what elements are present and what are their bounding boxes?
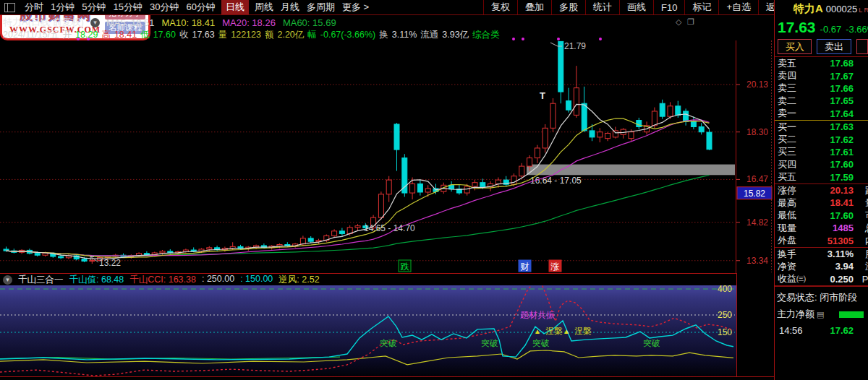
box-range-label: 14.65 - 14.70: [364, 223, 415, 233]
level-row[interactable]: 买一17.63: [775, 121, 868, 133]
ma60-line: [7, 176, 710, 256]
menu-item-15分钟[interactable]: 15分钟: [113, 1, 142, 14]
part-button[interactable]: [856, 39, 868, 54]
menu-item-周线[interactable]: 周线: [255, 1, 273, 14]
list-icon[interactable]: ▤: [817, 310, 824, 319]
stat-label: 现量: [778, 222, 796, 235]
level-price: 17.62: [830, 134, 854, 145]
info-token: 换: [379, 29, 388, 41]
breakout-label: 突破: [532, 338, 550, 348]
menu-item-多周期[interactable]: 多周期: [307, 1, 335, 14]
menu-item-多股[interactable]: 多股: [551, 0, 585, 14]
level-row[interactable]: 买三17.61: [775, 146, 868, 158]
axis-highlight-price: 15.82: [737, 187, 772, 199]
stat-row: 涨停20.13跌: [775, 184, 868, 197]
stat-cut-label: 内: [865, 234, 868, 247]
level-label: 买三: [778, 145, 796, 158]
indicator-grid-label: 250: [718, 310, 732, 320]
tick-price: 17.62: [830, 325, 854, 336]
svg-text:16.47: 16.47: [746, 174, 768, 184]
period-menu: 分时1分钟5分钟15分钟30分钟60分钟日线周线月线多周期更多 >: [21, 0, 373, 14]
level-label: 买一: [778, 121, 796, 134]
menu-item-更多 >[interactable]: 更多 >: [342, 1, 369, 14]
svg-text:涨: 涨: [550, 262, 560, 272]
menu-item-F10[interactable]: F10: [653, 0, 684, 14]
candle: [574, 88, 579, 116]
sell-button[interactable]: 卖出: [817, 39, 851, 54]
menu-item-画线[interactable]: 画线: [619, 0, 653, 14]
level-row[interactable]: 买四17.60: [775, 158, 868, 170]
breakout-label: 突破: [643, 338, 660, 348]
level-row[interactable]: 卖二17.65: [775, 95, 868, 107]
info-token: 18.29: [75, 30, 98, 40]
candle: [652, 111, 657, 126]
menu-item-统计[interactable]: 统计: [585, 0, 619, 14]
candle: [668, 106, 673, 116]
price-row: 17.63-0.67-3.66%: [775, 17, 868, 36]
tick-row[interactable]: 14:56 17.62: [775, 321, 868, 336]
indicator-header: ▾ 千山三合一 千山值: 68.48千山CCI: 163.38: 250.00:…: [0, 273, 736, 285]
indicator-token: : 250.00: [202, 274, 234, 286]
level-label: 买五: [778, 170, 796, 183]
t-marker: T: [540, 90, 545, 101]
menu-item-60分钟[interactable]: 60分钟: [186, 1, 215, 14]
stat-cut-label: 市: [865, 209, 868, 222]
panel-icon[interactable]: ❐: [687, 17, 694, 27]
nirvana-label: 涅槃: [545, 326, 563, 336]
menu-item-月线[interactable]: 月线: [281, 1, 299, 14]
diamond-icon[interactable]: ◇: [676, 17, 681, 27]
stat-value: 51305: [827, 236, 854, 246]
candle: [676, 106, 681, 116]
window-split-icon[interactable]: [4, 3, 15, 12]
level-row[interactable]: 卖四17.67: [775, 69, 868, 82]
level-row[interactable]: 买二17.62: [775, 133, 868, 145]
level-price: 17.63: [830, 121, 854, 132]
trade-buttons: 买入卖出: [775, 36, 868, 57]
menu-item-分时[interactable]: 分时: [25, 1, 43, 14]
menu-item-30分钟[interactable]: 30分钟: [150, 1, 179, 14]
level-row[interactable]: 卖三17.66: [775, 82, 868, 95]
candle: [527, 158, 532, 166]
stat-cut-label: 总: [865, 222, 868, 235]
candle: [550, 103, 556, 128]
menu-item-日线[interactable]: 日线: [221, 0, 249, 14]
low-price-label: 13.22: [99, 258, 121, 268]
stat-label: 换手: [778, 248, 796, 261]
buy-levels: 买一17.63买二17.62买三17.61买四17.60买五17.59: [775, 121, 868, 183]
menu-item-叠加[interactable]: 叠加: [517, 0, 551, 14]
level-row[interactable]: 买五17.59: [775, 171, 868, 183]
level-price: 17.67: [830, 71, 854, 82]
collapse-chart-icon[interactable]: ▾: [90, 18, 100, 27]
menu-item-1分钟[interactable]: 1分钟: [51, 1, 75, 14]
indicator-values: 千山值: 68.48千山CCI: 163.38: 250.00: 150.00逆…: [69, 274, 320, 286]
menu-item-标记[interactable]: 标记: [684, 0, 718, 14]
indicator-panel-chart[interactable]: 400250150突破突破突破突破▲涅槃▲涅槃题材共振: [0, 285, 736, 376]
ma10-line: [7, 118, 710, 258]
menu-item-复权[interactable]: 复权: [483, 0, 517, 14]
breakout-label: 突破: [481, 338, 498, 348]
info-token: 17.60: [153, 30, 176, 40]
candle: [308, 238, 313, 241]
menu-item-+自选[interactable]: +自选: [718, 0, 758, 14]
collapse-indicator-icon[interactable]: ▾: [3, 275, 12, 285]
marker-badge-财[interactable]: 财: [519, 260, 531, 272]
candle: [339, 231, 344, 234]
buy-button[interactable]: 买入: [778, 39, 812, 54]
info-token: 收: [179, 29, 189, 41]
breakout-label: 突破: [380, 338, 397, 348]
main-candlestick-chart[interactable]: 20.1318.3016.4714.8213.3416.64 - 17.0521…: [0, 0, 774, 273]
indicator-token: 千山CCI: 163.38: [129, 274, 196, 286]
candle: [707, 132, 712, 150]
level-row[interactable]: 卖一17.64: [775, 108, 868, 120]
supply-zone: 16.64 - 17.05: [527, 165, 735, 186]
price-gridlines: 20.1318.3016.4714.8213.34: [0, 40, 772, 273]
svg-text:14.82: 14.82: [746, 217, 768, 228]
menu-item-5分钟[interactable]: 5分钟: [82, 1, 106, 14]
stat-value: 20.13: [830, 185, 854, 196]
ma-token: MA10: 18.41: [161, 17, 215, 28]
trading-status: 交易状态: 闭市阶段: [775, 287, 868, 304]
level-row[interactable]: 卖五17.68: [775, 57, 868, 69]
marker-badge-涨[interactable]: 涨: [549, 260, 561, 272]
svg-text:15.82: 15.82: [744, 189, 765, 199]
marker-badge-跌[interactable]: 跌: [399, 260, 411, 272]
